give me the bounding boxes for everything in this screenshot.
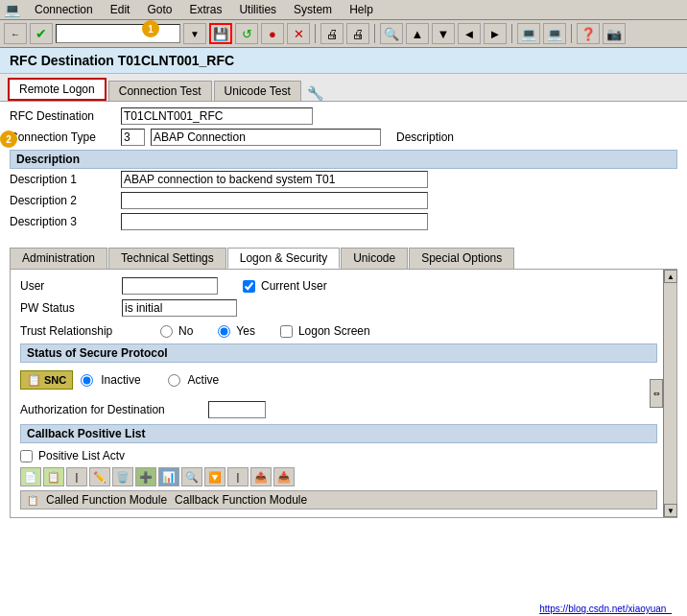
- menu-system[interactable]: System: [291, 2, 335, 17]
- btn-undo[interactable]: ↺: [235, 23, 258, 44]
- btn-config[interactable]: 📷: [603, 23, 626, 44]
- strip-btn-search[interactable]: 🔍: [181, 467, 202, 486]
- snc-inactive-radio[interactable]: [81, 374, 93, 387]
- snc-button[interactable]: 📋 SNC: [20, 370, 73, 390]
- scroll-down-arrow[interactable]: ▼: [664, 504, 677, 517]
- snc-section-header: Status of Secure Protocol: [20, 344, 657, 363]
- user-row: User Current User: [20, 277, 657, 295]
- table-col2: Callback Function Module: [175, 493, 307, 507]
- tab-logon-security[interactable]: Logon & Security: [227, 248, 340, 269]
- badge-2: 2: [0, 130, 17, 148]
- trust-no-radio[interactable]: [160, 325, 173, 338]
- strip-btn-import[interactable]: 📥: [273, 467, 295, 486]
- positive-list-row: Positive List Actv: [20, 449, 657, 462]
- snc-active-radio[interactable]: [168, 374, 180, 387]
- tab-remote-logon[interactable]: Remote Logon: [8, 78, 107, 101]
- sep4: [571, 24, 572, 43]
- menu-connection[interactable]: Connection: [32, 2, 96, 17]
- btn-print2[interactable]: 🖨: [346, 23, 369, 44]
- btn-monitor2[interactable]: 💻: [543, 23, 566, 44]
- scrollbar[interactable]: ▲ ▼: [663, 270, 676, 517]
- btn-nav1[interactable]: ▲: [406, 23, 429, 44]
- strip-btn-export[interactable]: 📤: [250, 467, 272, 486]
- tab-unicode[interactable]: Unicode: [341, 248, 408, 269]
- desc1-input[interactable]: [121, 171, 428, 188]
- btn-print[interactable]: 🖨: [320, 23, 344, 44]
- page-title: RFC Destination T01CLNT001_RFC: [0, 48, 687, 74]
- btn-nav2[interactable]: ▼: [432, 23, 455, 44]
- logon-screen-checkbox[interactable]: [280, 325, 293, 338]
- positive-list-checkbox[interactable]: [20, 450, 33, 462]
- strip-btn-filter[interactable]: 🔽: [204, 467, 225, 486]
- menu-utilities[interactable]: Utilities: [236, 2, 279, 17]
- sep1: [315, 24, 316, 43]
- menu-goto[interactable]: Goto: [144, 2, 175, 17]
- trust-yes-radio[interactable]: [218, 325, 230, 338]
- scroll-track: [664, 283, 676, 504]
- btn-nav4[interactable]: ►: [484, 23, 507, 44]
- watermark: https://blog.csdn.net/xiaoyuan_: [539, 604, 672, 614]
- strip-btn-edit[interactable]: ✏️: [89, 467, 110, 486]
- tab-special-options[interactable]: Special Options: [409, 248, 514, 269]
- save-button[interactable]: 💾: [209, 23, 232, 44]
- auth-row: Authorization for Destination: [20, 401, 657, 418]
- current-user-label: Current User: [261, 279, 327, 293]
- btn-find[interactable]: 🔍: [380, 23, 403, 44]
- btn-help[interactable]: ❓: [577, 23, 600, 44]
- back-button[interactable]: ←: [4, 23, 27, 44]
- form-area: RFC Destination Connection Type Descript…: [0, 102, 687, 240]
- scroll-up-arrow[interactable]: ▲: [664, 270, 677, 283]
- toolbar: ← ✔ ▼ 💾 1 ↺ ● ✕ 🖨 🖨 🔍 ▲ ▼ ◄ ► 💻 💻 ❓ 📷: [0, 20, 687, 48]
- strip-btn-delete[interactable]: 🗑️: [112, 467, 133, 486]
- conn-type-label: Connection Type: [10, 130, 115, 144]
- btn-monitor[interactable]: 💻: [517, 23, 540, 44]
- badge-1: 1: [142, 20, 159, 37]
- desc3-label: Description 3: [10, 215, 115, 228]
- logon-screen-label: Logon Screen: [298, 324, 370, 338]
- strip-btn-plus[interactable]: ➕: [135, 467, 156, 486]
- strip-btn-table[interactable]: 📊: [158, 467, 179, 486]
- pw-status-input[interactable]: [122, 299, 237, 317]
- tab-administration[interactable]: Administration: [10, 248, 107, 269]
- btn-red[interactable]: ●: [261, 23, 284, 44]
- table-icon: 📋: [27, 495, 38, 506]
- tab-unicode-test[interactable]: Unicode Test: [214, 81, 301, 101]
- menu-edit[interactable]: Edit: [107, 2, 133, 17]
- auth-input[interactable]: [208, 401, 266, 418]
- desc2-input[interactable]: [121, 192, 428, 209]
- side-indicator[interactable]: ⇔: [650, 379, 663, 408]
- btn-x[interactable]: ✕: [287, 23, 310, 44]
- rfc-dest-input[interactable]: [121, 107, 313, 125]
- btn-nav3[interactable]: ◄: [458, 23, 481, 44]
- desc2-label: Description 2: [10, 194, 115, 207]
- pw-status-row: PW Status: [20, 299, 657, 317]
- strip-btn-copy[interactable]: 📋: [43, 467, 64, 486]
- desc3-input[interactable]: [121, 213, 428, 230]
- conn-type-num[interactable]: [121, 129, 145, 146]
- main-content: 2 RFC Destination T01CLNT001_RFC Remote …: [0, 48, 687, 616]
- menu-extras[interactable]: Extras: [186, 2, 225, 17]
- rfc-dest-label: RFC Destination: [10, 109, 115, 123]
- trust-no-label: No: [178, 324, 193, 338]
- conn-type-value[interactable]: [151, 129, 381, 146]
- user-input[interactable]: [122, 277, 218, 295]
- trust-row: Trust Relationship No Yes Logon Screen: [20, 324, 657, 338]
- desc1-row: Description 1: [10, 171, 677, 188]
- table-header: 📋 Called Function Module Callback Functi…: [20, 490, 657, 509]
- description-label: Description: [396, 130, 502, 144]
- tab-technical-settings[interactable]: Technical Settings: [108, 248, 226, 269]
- pw-status-label: PW Status: [20, 301, 116, 315]
- positive-list-label: Positive List Actv: [38, 449, 125, 462]
- command-input[interactable]: [56, 24, 180, 43]
- menu-help[interactable]: Help: [346, 2, 376, 17]
- green-check-button[interactable]: ✔: [30, 23, 53, 44]
- snc-bar: 📋 SNC Inactive Active: [20, 367, 657, 393]
- dropdown-btn[interactable]: ▼: [183, 23, 206, 44]
- strip-btn-new[interactable]: 📄: [20, 467, 41, 486]
- current-user-checkbox[interactable]: [243, 280, 255, 293]
- sep2: [374, 24, 375, 43]
- callback-section-header: Callback Positive List: [20, 424, 657, 443]
- strip-btn-sep2: |: [227, 467, 249, 486]
- callback-toolbar: 📄 📋 | ✏️ 🗑️ ➕ 📊 🔍 🔽 | 📤 📥: [20, 467, 657, 486]
- tab-connection-test[interactable]: Connection Test: [108, 81, 212, 101]
